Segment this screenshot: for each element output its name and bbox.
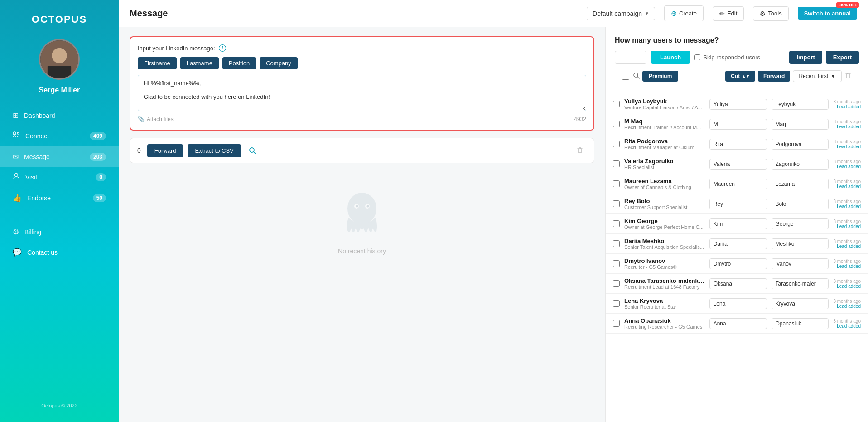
user-lastname-field[interactable] (772, 278, 829, 289)
firstname-input[interactable] (709, 238, 767, 249)
user-firstname-field[interactable] (709, 298, 767, 309)
lastname-input[interactable] (772, 99, 829, 110)
firstname-input[interactable] (709, 318, 767, 329)
delete-button[interactable] (573, 144, 587, 157)
user-firstname-field[interactable] (709, 179, 767, 189)
import-button[interactable]: Import (789, 51, 822, 64)
recent-first-button[interactable]: Recent First ▼ (793, 70, 842, 82)
user-firstname-field[interactable] (709, 99, 767, 110)
user-firstname-field[interactable] (709, 159, 767, 170)
sidebar-item-contact[interactable]: 💬 Contact us (0, 242, 119, 262)
user-checkbox[interactable] (613, 121, 620, 127)
select-all-checkbox[interactable] (622, 73, 629, 80)
user-checkbox[interactable] (613, 260, 620, 267)
firstname-input[interactable] (709, 179, 767, 189)
user-checkbox[interactable] (613, 180, 620, 187)
user-time: 3 months ago Lead added (833, 99, 861, 109)
table-search-icon[interactable] (633, 72, 640, 80)
sidebar-item-endorse[interactable]: 👍 Endorse 50 (0, 188, 119, 208)
forward-button[interactable]: Forward (147, 144, 183, 157)
user-lastname-field[interactable] (772, 179, 829, 189)
campaign-dropdown[interactable]: Default campaign ▼ (587, 7, 655, 20)
lastname-input[interactable] (772, 218, 829, 229)
sidebar-item-message[interactable]: ✉ Message 203 (0, 146, 119, 167)
lastname-input[interactable] (772, 139, 829, 150)
firstname-input[interactable] (709, 218, 767, 229)
lastname-tag-button[interactable]: Lastname (180, 57, 219, 69)
lastname-input[interactable] (772, 119, 829, 130)
user-lastname-field[interactable] (772, 159, 829, 170)
position-tag-button[interactable]: Position (222, 57, 256, 69)
user-firstname-field[interactable] (709, 218, 767, 229)
user-checkbox[interactable] (613, 160, 620, 167)
firstname-input[interactable] (709, 278, 767, 289)
firstname-tag-button[interactable]: Firstname (138, 57, 177, 69)
sidebar-item-visit[interactable]: Visit 0 (0, 167, 119, 188)
user-lastname-field[interactable] (772, 139, 829, 150)
message-count-input[interactable] (615, 51, 646, 64)
export-button[interactable]: Export (826, 51, 859, 64)
firstname-input[interactable] (709, 159, 767, 170)
lastname-input[interactable] (772, 318, 829, 329)
cut-button[interactable]: Cut ▲▼ (725, 71, 755, 82)
lastname-input[interactable] (772, 278, 829, 289)
firstname-input[interactable] (709, 199, 767, 209)
user-checkbox[interactable] (613, 200, 620, 207)
user-lastname-field[interactable] (772, 318, 829, 329)
table-forward-button[interactable]: Forward (758, 71, 790, 82)
create-button[interactable]: ⊕ Create (664, 5, 704, 21)
lastname-input[interactable] (772, 159, 829, 170)
firstname-input[interactable] (709, 298, 767, 309)
user-checkbox[interactable] (613, 240, 620, 247)
lastname-input[interactable] (772, 258, 829, 269)
attach-label[interactable]: 📎 Attach files (138, 116, 174, 122)
skip-checkbox[interactable] (694, 54, 700, 60)
user-checkbox[interactable] (613, 300, 620, 307)
lastname-input[interactable] (772, 199, 829, 209)
user-lastname-field[interactable] (772, 258, 829, 269)
plus-icon: ⊕ (671, 9, 677, 18)
edit-button[interactable]: ✏ Edit (713, 6, 744, 21)
switch-annual-button[interactable]: -35% OFF Switch to annual (798, 7, 857, 20)
user-checkbox[interactable] (613, 320, 620, 327)
user-lastname-field[interactable] (772, 199, 829, 209)
user-lastname-field[interactable] (772, 298, 829, 309)
user-checkbox[interactable] (613, 101, 620, 107)
tools-button[interactable]: ⚙ Tools (753, 6, 788, 21)
firstname-input[interactable] (709, 258, 767, 269)
time-label: 3 months ago (833, 279, 861, 284)
user-firstname-field[interactable] (709, 258, 767, 269)
user-firstname-field[interactable] (709, 278, 767, 289)
lastname-input[interactable] (772, 298, 829, 309)
search-button[interactable] (246, 144, 259, 157)
user-firstname-field[interactable] (709, 199, 767, 209)
table-delete-icon[interactable] (844, 72, 852, 81)
company-tag-button[interactable]: Company (260, 57, 298, 69)
sidebar-item-dashboard[interactable]: ⊞ Dashboard (0, 105, 119, 126)
user-checkbox[interactable] (613, 141, 620, 147)
premium-button[interactable]: Premium (642, 71, 678, 82)
user-lastname-field[interactable] (772, 218, 829, 229)
firstname-input[interactable] (709, 139, 767, 150)
user-firstname-field[interactable] (709, 139, 767, 150)
user-name: Maureen Lezama (624, 178, 705, 184)
user-firstname-field[interactable] (709, 119, 767, 130)
user-lastname-field[interactable] (772, 99, 829, 110)
launch-button[interactable]: Launch (651, 51, 690, 64)
firstname-input[interactable] (709, 119, 767, 130)
user-list: Yuliya Leybyuk Venture Capital Liaison /… (606, 94, 868, 413)
user-firstname-field[interactable] (709, 238, 767, 249)
sidebar-item-billing[interactable]: ⚙ Billing (0, 222, 119, 242)
user-firstname-field[interactable] (709, 318, 767, 329)
info-icon[interactable]: i (219, 44, 226, 52)
lastname-input[interactable] (772, 238, 829, 249)
extract-csv-button[interactable]: Extract to CSV (188, 144, 241, 157)
user-checkbox[interactable] (613, 220, 620, 227)
user-lastname-field[interactable] (772, 119, 829, 130)
sidebar-item-connect[interactable]: Connect 409 (0, 126, 119, 146)
message-textarea[interactable]: Hi %%first_name%%, Glad to be connected … (138, 75, 586, 111)
firstname-input[interactable] (709, 99, 767, 110)
user-checkbox[interactable] (613, 280, 620, 287)
lastname-input[interactable] (772, 179, 829, 189)
user-lastname-field[interactable] (772, 238, 829, 249)
